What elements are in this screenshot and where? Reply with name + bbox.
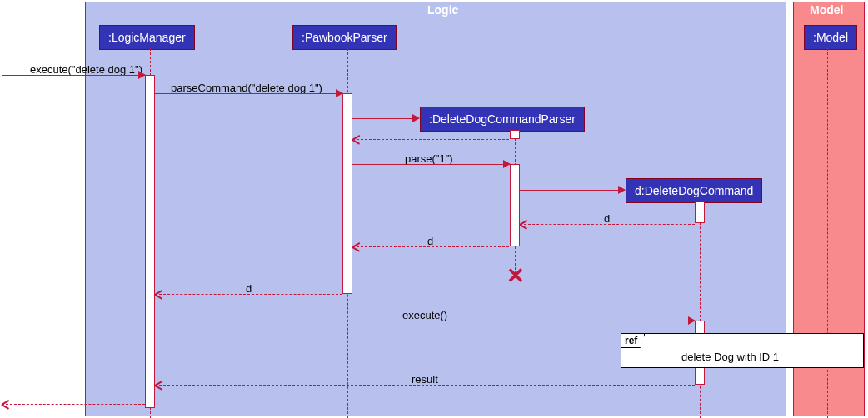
activation-delete-parser-2 [510, 164, 520, 246]
msg-parsecommand-label: parseCommand("delete dog 1") [171, 82, 322, 94]
ref-box: ref delete Dog with ID 1 [621, 333, 864, 368]
activation-logic-manager [145, 75, 155, 408]
model-title: Model [810, 3, 843, 17]
msg-execute1-head [138, 71, 146, 79]
msg-d2-line [352, 246, 509, 247]
msg-final-return-line [2, 404, 145, 405]
msg-d3-label: d [246, 282, 252, 295]
msg-result-head [155, 381, 163, 389]
activation-delete-parser-1 [510, 130, 520, 139]
msg-create-parser-return [352, 139, 509, 140]
logic-manager-participant: :LogicManager [99, 25, 195, 50]
msg-execute1-line [2, 75, 145, 76]
msg-d1-label: d [604, 212, 610, 225]
msg-execute1-label: execute("delete dog 1") [30, 63, 142, 76]
msg-final-return-head [2, 400, 10, 408]
lifeline-delete-command [700, 202, 701, 418]
msg-execute2-label: execute() [402, 309, 447, 321]
msg-create-parser-line [352, 118, 419, 119]
msg-create-parser-head [412, 114, 420, 122]
msg-result-line [155, 385, 695, 386]
model-participant: :Model [804, 25, 857, 50]
activation-pawbook-parser [342, 93, 352, 294]
msg-create-parser-return-head [352, 135, 361, 143]
msg-execute2-line [155, 321, 695, 321]
ref-text: delete Dog with ID 1 [681, 351, 779, 363]
pawbook-parser-participant: :PawbookParser [292, 25, 397, 50]
destroy-icon: ✕ [506, 263, 525, 289]
msg-execute2-head [688, 316, 696, 325]
logic-title: Logic [427, 3, 458, 17]
msg-d2-label: d [427, 235, 433, 247]
msg-parse-line [352, 164, 510, 165]
msg-create-command-head [618, 186, 626, 194]
msg-parse-head [503, 160, 511, 168]
msg-d1-line [520, 224, 695, 225]
delete-dog-command-participant: d:DeleteDogCommand [626, 178, 762, 203]
msg-d1-head [520, 220, 528, 228]
msg-d3-line [155, 294, 342, 295]
delete-dog-command-parser-participant: :DeleteDogCommandParser [420, 107, 585, 132]
msg-create-command-line [520, 190, 625, 191]
ref-tag: ref [621, 334, 645, 348]
msg-parsecommand-head [336, 89, 343, 97]
msg-d2-head [352, 242, 361, 251]
msg-result-label: result [412, 373, 438, 386]
msg-parsecommand-line [155, 93, 342, 94]
msg-d3-head [155, 290, 163, 298]
activation-delete-command-1 [695, 202, 705, 223]
msg-parse-label: parse("1") [405, 152, 453, 165]
